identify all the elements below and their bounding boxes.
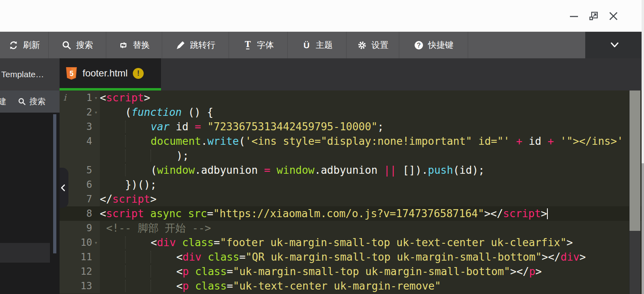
fold-spacer [92, 177, 100, 192]
chevron-down-icon [608, 40, 621, 50]
goto-line-label: 跳转行 [190, 39, 215, 51]
code-line[interactable]: i1▾<script> [60, 90, 644, 105]
fold-spacer [92, 192, 100, 206]
fold-spacer [92, 279, 100, 293]
code-line[interactable]: 5 (window.adbyunion = window.adbyunion |… [60, 163, 644, 177]
fold-spacer [92, 119, 100, 134]
settings-button[interactable]: 设置 [346, 32, 399, 58]
replace-button[interactable]: 替换 [106, 32, 162, 58]
line-number: 3 [70, 119, 92, 134]
sidebar: Template… 建 搜索 [0, 58, 60, 294]
close-button[interactable] [608, 10, 619, 22]
gutter: 8 [60, 206, 100, 221]
minimize-icon [568, 10, 580, 22]
line-number: 4 [70, 134, 92, 148]
editor-scrollbar[interactable] [629, 90, 640, 294]
line-number: 9 [70, 221, 92, 235]
sidebar-collapse-handle[interactable] [60, 168, 68, 208]
editor-scrollbar-thumb[interactable] [630, 90, 640, 231]
page-scrollbar-thumb[interactable] [642, 163, 644, 294]
window-titlebar [0, 0, 644, 32]
restore-button[interactable] [588, 10, 599, 22]
code-line[interactable]: 13 <p class="uk-text-center uk-margin-re… [60, 279, 644, 293]
tab-footer-html[interactable]: 5 footer.html ! [60, 58, 161, 90]
code-line[interactable]: 9 <!-- 脚部 开始 --> [60, 221, 644, 235]
lint-marker [60, 221, 70, 235]
fold-spacer [92, 264, 100, 279]
line-number: 10 [70, 235, 92, 250]
theme-button[interactable]: Ü 主题 [287, 32, 346, 58]
gutter [60, 148, 100, 163]
goto-line-icon [175, 40, 186, 50]
line-number: 8 [70, 206, 92, 221]
window-controls [568, 10, 619, 22]
lint-marker [60, 264, 70, 279]
restore-icon [588, 10, 599, 22]
svg-text:Ü: Ü [303, 41, 309, 50]
chevron-left-icon [60, 183, 67, 193]
fold-spacer [92, 148, 100, 163]
settings-label: 设置 [372, 39, 388, 51]
toolbar-collapse-button[interactable] [585, 32, 644, 58]
lint-marker [60, 148, 70, 163]
theme-icon: Ü [301, 40, 312, 50]
file-tree-panel[interactable] [0, 113, 60, 294]
shortcuts-button[interactable]: ? 快捷键 [399, 32, 468, 58]
shortcuts-icon: ? [414, 40, 424, 50]
code-line[interactable]: 11 <div class="QR uk-margin-small-top uk… [60, 250, 644, 264]
search-label: 搜索 [76, 39, 93, 51]
line-number: 5 [70, 163, 92, 177]
code-line[interactable]: 6 })(); [60, 177, 644, 192]
code-line[interactable]: ); [60, 148, 644, 163]
fold-spacer [92, 163, 100, 177]
sidebar-title: Template… [0, 58, 60, 90]
line-number: 11 [70, 250, 92, 264]
gutter: 13 [60, 279, 100, 293]
fold-toggle-icon[interactable]: ▾ [92, 105, 100, 119]
lint-marker [60, 105, 70, 119]
sidebar-toolbar: 建 搜索 [0, 90, 60, 113]
gutter: 3 [60, 119, 100, 134]
code-line[interactable]: 8<script async src="https://xiaomalm.com… [60, 206, 644, 221]
lint-marker: i [60, 90, 70, 105]
shortcuts-label: 快捷键 [428, 39, 454, 51]
line-number: 13 [70, 279, 92, 293]
sidebar-search-label: 搜索 [29, 96, 45, 107]
sidebar-scrollbar[interactable] [53, 114, 56, 253]
search-icon [62, 40, 72, 50]
svg-text:5: 5 [70, 69, 74, 77]
code-line[interactable]: 2▾ (function () { [60, 105, 644, 119]
refresh-label: 刷新 [23, 39, 40, 51]
gutter: 2▾ [60, 105, 100, 119]
fold-toggle-icon[interactable]: ▾ [92, 235, 100, 250]
font-button[interactable]: T 字体 [229, 32, 287, 58]
code-line[interactable]: 7</script> [60, 192, 644, 206]
sidebar-search-button[interactable]: 搜索 [18, 96, 45, 107]
font-icon: T [243, 40, 253, 50]
fold-toggle-icon[interactable]: ▾ [92, 90, 100, 105]
lint-marker [60, 206, 70, 221]
code-line[interactable]: 3 var id = "7233675313442459795-10000"; [60, 119, 644, 134]
svg-text:?: ? [417, 41, 421, 49]
editor-toolbar: 刷新 搜索 替换 跳转行 T [0, 32, 644, 58]
search-button[interactable]: 搜索 [48, 32, 106, 58]
refresh-button[interactable]: 刷新 [0, 32, 48, 58]
gutter: 9 [60, 221, 100, 235]
editor-column: 5 footer.html ! i1▾<script>2▾ (function … [60, 58, 644, 294]
code-line[interactable]: 10▾ <div class="footer uk-margin-small-t… [60, 235, 644, 250]
file-tree-selected-item[interactable] [0, 243, 50, 263]
sidebar-new-button[interactable]: 建 [0, 96, 6, 107]
warning-icon: ! [133, 68, 144, 79]
minimize-button[interactable] [568, 10, 580, 22]
line-number: 7 [70, 192, 92, 206]
code-editor[interactable]: i1▾<script>2▾ (function () {3 var id = "… [60, 90, 644, 294]
code-line[interactable]: 12 <p class="uk-margin-small-top uk-marg… [60, 264, 644, 279]
goto-line-button[interactable]: 跳转行 [162, 32, 229, 58]
lint-marker [60, 250, 70, 264]
page-scrollbar[interactable] [642, 0, 644, 294]
lint-marker [60, 119, 70, 134]
text-cursor [547, 208, 548, 219]
line-number: 1 [70, 90, 92, 105]
code-line[interactable]: 4 document.write('<ins style="display:no… [60, 134, 644, 148]
gutter: i1▾ [60, 90, 100, 105]
